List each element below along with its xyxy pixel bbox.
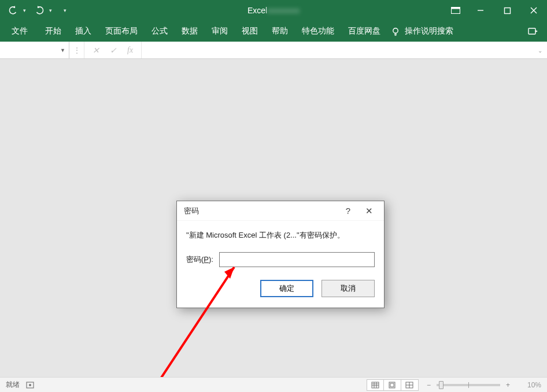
tab-formulas[interactable]: 公式 <box>145 21 175 42</box>
zoom-slider-center-mark <box>468 382 469 388</box>
dialog-actions: 确定 取消 <box>177 271 384 308</box>
svg-rect-20 <box>390 383 394 387</box>
undo-button[interactable] <box>8 5 19 16</box>
svg-point-13 <box>29 384 31 386</box>
ribbon-display-options-button[interactable] <box>444 0 467 21</box>
password-input[interactable] <box>219 252 375 267</box>
tab-page-layout[interactable]: 页面布局 <box>98 21 145 42</box>
formula-input[interactable]: ⌄ <box>142 42 547 58</box>
name-box-dropdown-icon[interactable]: ▼ <box>60 47 65 53</box>
redo-history-caret-icon[interactable]: ▾ <box>49 8 52 13</box>
close-window-button[interactable] <box>520 0 547 21</box>
svg-rect-3 <box>504 8 510 13</box>
view-mode-buttons <box>367 379 419 391</box>
ok-button[interactable]: 确定 <box>260 280 313 297</box>
cancel-entry-button[interactable]: ✕ <box>93 46 99 55</box>
tab-special[interactable]: 特色功能 <box>295 21 341 42</box>
redo-button[interactable] <box>34 5 45 16</box>
enter-entry-button[interactable]: ✓ <box>110 46 117 55</box>
formula-bar: ▼ ⋮ ✕ ✓ fx ⌄ <box>0 42 547 59</box>
tell-me-label: 操作说明搜索 <box>405 26 453 36</box>
share-button[interactable] <box>527 25 539 37</box>
tell-me-search[interactable]: 操作说明搜索 <box>391 26 453 36</box>
status-bar: 就绪 − + 10% <box>0 377 547 392</box>
tab-help[interactable]: 帮助 <box>265 21 295 42</box>
dialog-titlebar[interactable]: 密码 ? ✕ <box>177 201 384 221</box>
window-controls <box>444 0 547 21</box>
svg-rect-14 <box>372 382 379 388</box>
name-box[interactable]: ▼ <box>0 42 69 58</box>
window-title: Excelxxxxxxxx <box>247 6 300 15</box>
tab-data[interactable]: 数据 <box>175 21 205 42</box>
password-dialog: 密码 ? ✕ "新建 Microsoft Excel 工作表 (2..."有密码… <box>176 201 385 308</box>
qat-customize-caret-icon[interactable]: ▾ <box>64 8 66 13</box>
page-break-view-button[interactable] <box>401 379 419 391</box>
password-row: 密码(P): <box>186 252 375 267</box>
ribbon-tabs: 文件 开始 插入 页面布局 公式 数据 审阅 视图 帮助 特色功能 百度网盘 操… <box>0 21 547 42</box>
dialog-close-button[interactable]: ✕ <box>358 206 379 216</box>
status-ready: 就绪 <box>6 380 20 390</box>
macro-record-icon[interactable] <box>25 381 35 389</box>
svg-rect-1 <box>452 8 460 9</box>
zoom-out-button[interactable]: − <box>427 381 431 389</box>
undo-history-caret-icon[interactable]: ▾ <box>23 8 26 13</box>
minimize-button[interactable] <box>467 0 494 21</box>
zoom-percent[interactable]: 10% <box>516 381 541 389</box>
title-bar: ▾ ▾ ▾ Excelxxxxxxxx <box>0 0 547 21</box>
tab-review[interactable]: 审阅 <box>205 21 235 42</box>
tab-file[interactable]: 文件 <box>5 21 35 42</box>
dialog-body: "新建 Microsoft Excel 工作表 (2..."有密码保护。 密码(… <box>177 221 384 271</box>
zoom-controls: − + 10% <box>427 381 541 389</box>
zoom-slider-thumb[interactable] <box>439 381 443 389</box>
title-blurred-suffix: xxxxxxxx <box>267 6 300 15</box>
password-label: 密码(P): <box>186 254 213 265</box>
normal-view-button[interactable] <box>367 379 384 391</box>
workspace: 密码 ? ✕ "新建 Microsoft Excel 工作表 (2..."有密码… <box>0 59 547 377</box>
formula-tools: ✕ ✓ fx <box>84 42 142 58</box>
svg-rect-9 <box>528 28 535 34</box>
tab-baidu-disk[interactable]: 百度网盘 <box>341 21 387 42</box>
insert-function-button[interactable]: fx <box>127 46 133 55</box>
formula-grip-icon: ⋮ <box>69 42 84 58</box>
zoom-in-button[interactable]: + <box>506 381 510 389</box>
dialog-title-text: 密码 <box>184 206 199 216</box>
dialog-help-button[interactable]: ? <box>338 206 358 216</box>
maximize-button[interactable] <box>494 0 520 21</box>
dialog-message: "新建 Microsoft Excel 工作表 (2..."有密码保护。 <box>186 230 375 241</box>
tab-view[interactable]: 视图 <box>235 21 265 42</box>
lightbulb-icon <box>391 27 400 36</box>
formula-expand-icon[interactable]: ⌄ <box>538 47 542 53</box>
zoom-slider[interactable] <box>437 384 500 386</box>
tab-home[interactable]: 开始 <box>38 21 68 42</box>
quick-access-toolbar: ▾ ▾ ▾ <box>0 5 66 16</box>
tab-insert[interactable]: 插入 <box>68 21 98 42</box>
svg-point-6 <box>393 28 398 33</box>
cancel-button[interactable]: 取消 <box>321 280 375 297</box>
app-title-text: Excel <box>247 6 267 15</box>
page-layout-view-button[interactable] <box>384 379 401 391</box>
